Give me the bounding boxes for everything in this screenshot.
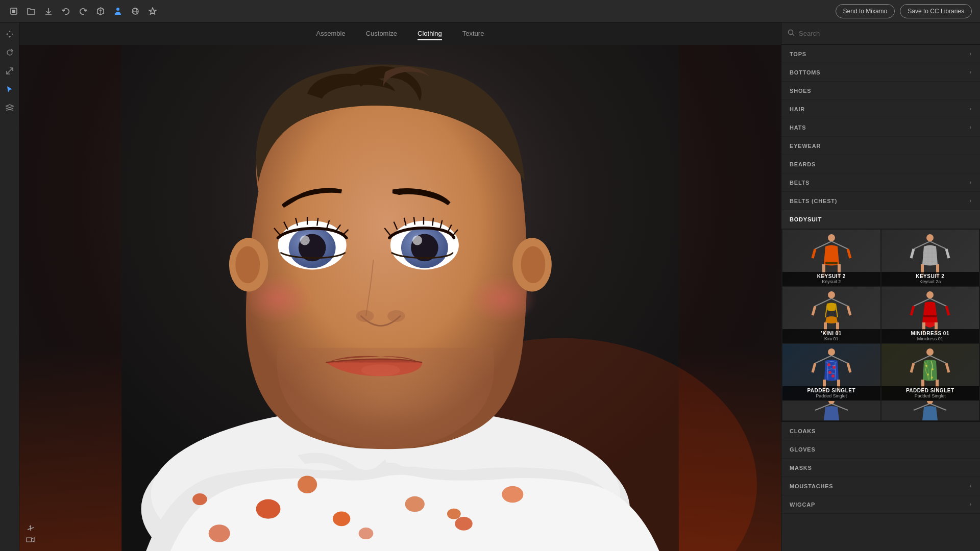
toolbar-left: [8, 6, 158, 17]
svg-point-43: [412, 235, 422, 245]
svg-line-66: [813, 249, 815, 258]
minidress01-label: MINIDRESS 01 Minidress 01: [881, 329, 979, 343]
category-cloaks[interactable]: CLOAKS: [781, 422, 980, 440]
category-moustaches[interactable]: MOUSTACHES ›: [781, 477, 980, 495]
keysuit2a-label: KEYSUIT 2 Keysuit 2a: [881, 272, 979, 286]
chevron-belts: ›: [970, 180, 972, 185]
category-bottoms[interactable]: BOTTOMS ›: [781, 63, 980, 82]
clothing-padded-singlet-1[interactable]: PADDED SINGLET Padded Singlet: [782, 344, 880, 400]
svg-line-82: [848, 306, 850, 315]
svg-point-25: [235, 246, 260, 284]
category-tops[interactable]: TOPS ›: [781, 45, 980, 63]
svg-line-90: [946, 306, 949, 315]
star-icon[interactable]: [147, 6, 158, 17]
svg-rect-86: [923, 315, 937, 317]
svg-point-97: [831, 374, 835, 378]
bodysuit-section: BODYSUIT: [781, 210, 980, 422]
svg-point-71: [926, 234, 934, 241]
svg-point-118: [927, 401, 933, 404]
category-bodysuit[interactable]: BODYSUIT: [781, 210, 980, 229]
tab-assemble[interactable]: Assemble: [316, 28, 346, 40]
search-icon: [788, 29, 795, 38]
clothing-keysuit2a[interactable]: KEYSUIT 2 Keysuit 2a: [881, 230, 979, 286]
svg-point-104: [926, 348, 934, 356]
padded-singlet-1-label: PADDED SINGLET Padded Singlet: [782, 386, 880, 400]
person-icon[interactable]: [112, 6, 124, 17]
svg-line-75: [946, 249, 949, 258]
left-sidebar: [0, 22, 19, 551]
svg-point-54: [387, 310, 405, 322]
viewport[interactable]: Assemble Customize Clothing Texture: [19, 22, 781, 551]
layers-icon[interactable]: [2, 100, 17, 115]
svg-point-15: [333, 511, 350, 526]
svg-line-100: [813, 363, 815, 372]
folder-icon[interactable]: [26, 6, 37, 17]
camera-icon: [26, 535, 36, 545]
svg-point-108: [931, 377, 933, 379]
svg-point-85: [926, 291, 934, 298]
svg-line-112: [946, 363, 949, 372]
arrow-select-icon[interactable]: [2, 82, 17, 97]
category-belts[interactable]: BELTS ›: [781, 173, 980, 192]
svg-point-59: [789, 30, 793, 35]
tab-texture[interactable]: Texture: [462, 28, 484, 40]
category-gloves[interactable]: GLOVES: [781, 440, 980, 459]
svg-line-111: [911, 363, 914, 372]
category-wigcap[interactable]: WIGCAP ›: [781, 495, 980, 514]
category-belts-chest[interactable]: BELTS (CHEST) ›: [781, 192, 980, 210]
svg-point-16: [192, 493, 207, 505]
character-svg: [19, 45, 781, 551]
tab-customize[interactable]: Customize: [366, 28, 397, 40]
category-masks[interactable]: MASKS: [781, 459, 980, 477]
bodysuit-grid: KEYSUIT 2 Keysuit 2: [781, 229, 980, 421]
viewport-tabs: Assemble Customize Clothing Texture: [19, 22, 781, 45]
clothing-keysuit2[interactable]: KEYSUIT 2 Keysuit 2: [782, 230, 880, 286]
category-list: TOPS › BOTTOMS › SHOES HAIR › HATS ›: [781, 45, 980, 551]
search-input[interactable]: [799, 30, 974, 37]
svg-point-17: [405, 496, 425, 512]
redo-icon[interactable]: [78, 6, 89, 17]
category-eyewear[interactable]: EYEWEAR: [781, 137, 980, 155]
svg-point-63: [828, 234, 835, 241]
undo-icon[interactable]: [60, 6, 71, 17]
chevron-belts-chest: ›: [970, 198, 972, 204]
globe-icon[interactable]: [130, 6, 141, 17]
clothing-padded-singlet-2[interactable]: PADDED SINGLET Padded Singlet: [881, 344, 979, 400]
top-bar: Send to Mixamo Save to CC Libraries: [0, 0, 980, 22]
category-hats[interactable]: HATS ›: [781, 118, 980, 137]
svg-point-19: [502, 486, 523, 503]
clothing-minidress01[interactable]: MINIDRESS 01 Minidress 01: [881, 287, 979, 343]
cube-icon[interactable]: [95, 6, 106, 17]
svg-line-60: [793, 34, 795, 36]
category-hair[interactable]: HAIR ›: [781, 100, 980, 118]
category-beards[interactable]: BEARDS: [781, 155, 980, 173]
clothing-partial-preview-2[interactable]: [881, 401, 979, 420]
svg-point-93: [828, 348, 835, 356]
character-viewport: [19, 45, 781, 551]
viewport-controls: [26, 522, 36, 545]
right-panel: TOPS › BOTTOMS › SHOES HAIR › HATS ›: [781, 22, 980, 551]
svg-point-27: [521, 246, 546, 284]
chevron-hair: ›: [970, 106, 972, 112]
svg-point-53: [356, 310, 374, 322]
svg-point-20: [359, 528, 374, 539]
tab-clothing[interactable]: Clothing: [418, 28, 442, 40]
svg-point-107: [927, 373, 929, 375]
rotate-icon[interactable]: [2, 45, 17, 60]
clothing-kini01[interactable]: 'KINI 01 Kini 01: [782, 287, 880, 343]
scale-icon[interactable]: [2, 63, 17, 79]
move-icon[interactable]: [2, 27, 17, 42]
save-to-cc-button[interactable]: Save to CC Libraries: [900, 4, 972, 18]
clothing-partial-preview[interactable]: [782, 401, 880, 420]
svg-point-96: [828, 371, 831, 374]
svg-point-94: [827, 363, 830, 366]
svg-point-2: [116, 8, 119, 11]
category-shoes[interactable]: SHOES: [781, 82, 980, 100]
svg-point-31: [300, 235, 310, 245]
toolbar-right: Send to Mixamo Save to CC Libraries: [836, 4, 972, 18]
send-to-mixamo-button[interactable]: Send to Mixamo: [836, 4, 895, 18]
svg-point-105: [925, 365, 927, 367]
select-icon[interactable]: [8, 6, 19, 17]
download-icon[interactable]: [43, 6, 54, 17]
svg-point-95: [832, 366, 836, 369]
